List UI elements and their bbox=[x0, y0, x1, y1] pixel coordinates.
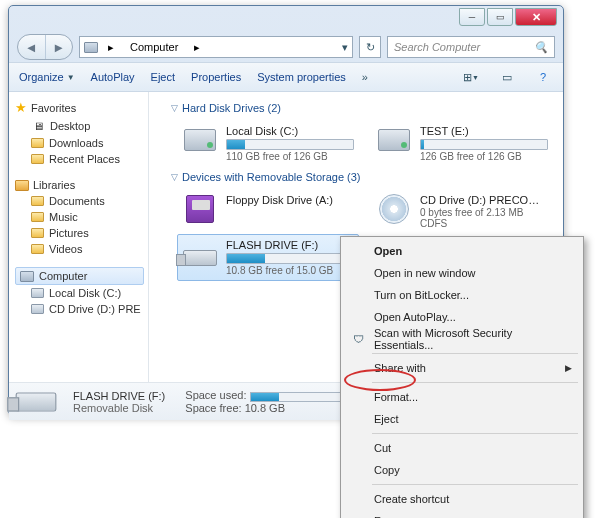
details-type: Removable Disk bbox=[73, 402, 165, 414]
menu-item-open[interactable]: Open bbox=[344, 240, 580, 262]
star-icon: ★ bbox=[15, 100, 27, 115]
menu-item-label: Share with bbox=[374, 362, 426, 374]
breadcrumb-computer[interactable]: Computer bbox=[124, 37, 184, 57]
system-properties-button[interactable]: System properties bbox=[257, 71, 346, 83]
drive-flash-f[interactable]: FLASH DRIVE (F:) 10.8 GB free of 15.0 GB bbox=[177, 234, 359, 281]
menu-item-label: Scan with Microsoft Security Essentials.… bbox=[374, 327, 560, 351]
menu-item-label: Eject bbox=[374, 413, 398, 425]
preview-pane-icon[interactable]: ▭ bbox=[497, 67, 517, 87]
menu-item-turn-on-bitlocker[interactable]: Turn on BitLocker... bbox=[344, 284, 580, 306]
sidebar-item-desktop[interactable]: 🖥Desktop bbox=[15, 117, 148, 135]
toolbar-overflow[interactable]: » bbox=[362, 71, 368, 83]
hdd-icon bbox=[184, 129, 216, 151]
capacity-bar bbox=[226, 253, 354, 264]
folder-icon bbox=[31, 138, 44, 148]
sidebar-item-music[interactable]: Music bbox=[15, 209, 148, 225]
collapse-icon: ▽ bbox=[171, 172, 178, 182]
menu-item-label: Open in new window bbox=[374, 267, 476, 279]
sidebar-item-cd-drive[interactable]: CD Drive (D:) PRE bbox=[15, 301, 148, 317]
search-placeholder: Search Computer bbox=[394, 41, 480, 53]
menu-item-rename[interactable]: Rename bbox=[344, 510, 580, 518]
minimize-button[interactable]: ─ bbox=[459, 8, 485, 26]
autoplay-button[interactable]: AutoPlay bbox=[91, 71, 135, 83]
libraries-group[interactable]: Libraries bbox=[15, 177, 148, 193]
menu-item-eject[interactable]: Eject bbox=[344, 408, 580, 430]
menu-item-label: Format... bbox=[374, 391, 418, 403]
menu-item-label: Open bbox=[374, 245, 402, 257]
drive-test-e[interactable]: TEST (E:) 126 GB free of 126 GB bbox=[371, 120, 553, 167]
menu-item-label: Create shortcut bbox=[374, 493, 449, 505]
breadcrumb-sep: ▸ bbox=[102, 37, 120, 57]
usb-icon bbox=[183, 250, 217, 266]
breadcrumb-sep2: ▸ bbox=[188, 37, 206, 57]
disk-icon bbox=[31, 288, 44, 298]
menu-item-label: Open AutoPlay... bbox=[374, 311, 456, 323]
collapse-icon: ▽ bbox=[171, 103, 178, 113]
computer-icon bbox=[20, 271, 34, 282]
sidebar-item-videos[interactable]: Videos bbox=[15, 241, 148, 257]
menu-item-share-with[interactable]: Share with▶ bbox=[344, 357, 580, 379]
eject-button[interactable]: Eject bbox=[151, 71, 175, 83]
address-dropdown-icon[interactable]: ▾ bbox=[342, 41, 348, 54]
drive-floppy-a[interactable]: Floppy Disk Drive (A:) bbox=[177, 189, 359, 234]
toolbar: Organize▼ AutoPlay Eject Properties Syst… bbox=[9, 62, 563, 92]
nav-row: ◄ ► ▸ Computer ▸ ▾ ↻ Search Computer 🔍 bbox=[9, 32, 563, 62]
folder-icon bbox=[31, 196, 44, 206]
shield-icon: 🛡 bbox=[350, 333, 366, 345]
section-hard-disks[interactable]: ▽Hard Disk Drives (2) bbox=[155, 98, 563, 120]
sidebar-item-documents[interactable]: Documents bbox=[15, 193, 148, 209]
hdd-icon bbox=[378, 129, 410, 151]
capacity-bar bbox=[420, 139, 548, 150]
nav-arrows: ◄ ► bbox=[17, 34, 73, 60]
sidebar-item-local-disk[interactable]: Local Disk (C:) bbox=[15, 285, 148, 301]
cd-icon bbox=[379, 194, 409, 224]
section-removable[interactable]: ▽Devices with Removable Storage (3) bbox=[155, 167, 563, 189]
menu-item-label: Copy bbox=[374, 464, 400, 476]
menu-separator bbox=[372, 382, 578, 383]
menu-separator bbox=[372, 484, 578, 485]
maximize-button[interactable]: ▭ bbox=[487, 8, 513, 26]
menu-item-format[interactable]: Format... bbox=[344, 386, 580, 408]
drive-local-c[interactable]: Local Disk (C:) 110 GB free of 126 GB bbox=[177, 120, 359, 167]
libraries-icon bbox=[15, 180, 29, 191]
navigation-pane: ★Favorites 🖥Desktop Downloads Recent Pla… bbox=[9, 92, 149, 382]
favorites-group[interactable]: ★Favorites bbox=[15, 98, 148, 117]
search-input[interactable]: Search Computer 🔍 bbox=[387, 36, 555, 58]
menu-separator bbox=[372, 353, 578, 354]
organize-menu[interactable]: Organize▼ bbox=[19, 71, 75, 83]
usb-icon bbox=[16, 392, 57, 411]
context-menu: OpenOpen in new windowTurn on BitLocker.… bbox=[340, 236, 584, 518]
menu-item-label: Cut bbox=[374, 442, 391, 454]
help-icon[interactable]: ? bbox=[533, 67, 553, 87]
menu-item-open-autoplay[interactable]: Open AutoPlay... bbox=[344, 306, 580, 328]
sidebar-item-pictures[interactable]: Pictures bbox=[15, 225, 148, 241]
desktop-icon: 🖥 bbox=[31, 119, 45, 133]
menu-item-create-shortcut[interactable]: Create shortcut bbox=[344, 488, 580, 510]
menu-item-cut[interactable]: Cut bbox=[344, 437, 580, 459]
sidebar-item-recent[interactable]: Recent Places bbox=[15, 151, 148, 167]
properties-button[interactable]: Properties bbox=[191, 71, 241, 83]
capacity-bar bbox=[226, 139, 354, 150]
menu-item-copy[interactable]: Copy bbox=[344, 459, 580, 481]
menu-item-scan-with-microsoft-security-essentials[interactable]: 🛡Scan with Microsoft Security Essentials… bbox=[344, 328, 580, 350]
sidebar-item-downloads[interactable]: Downloads bbox=[15, 135, 148, 151]
cd-icon bbox=[31, 304, 44, 314]
folder-icon bbox=[31, 212, 44, 222]
menu-separator bbox=[372, 433, 578, 434]
submenu-arrow-icon: ▶ bbox=[565, 363, 572, 373]
view-options-icon[interactable]: ⊞▼ bbox=[461, 67, 481, 87]
folder-icon bbox=[31, 228, 44, 238]
forward-button[interactable]: ► bbox=[46, 35, 73, 59]
sidebar-item-computer[interactable]: Computer bbox=[15, 267, 144, 285]
close-button[interactable]: ✕ bbox=[515, 8, 557, 26]
menu-item-open-in-new-window[interactable]: Open in new window bbox=[344, 262, 580, 284]
address-bar[interactable]: ▸ Computer ▸ ▾ bbox=[79, 36, 353, 58]
back-button[interactable]: ◄ bbox=[18, 35, 46, 59]
search-icon: 🔍 bbox=[534, 41, 548, 54]
folder-icon bbox=[31, 244, 44, 254]
details-name: FLASH DRIVE (F:) bbox=[73, 390, 165, 402]
computer-icon bbox=[84, 40, 98, 54]
menu-item-label: Turn on BitLocker... bbox=[374, 289, 469, 301]
refresh-button[interactable]: ↻ bbox=[359, 36, 381, 58]
drive-cd-d[interactable]: CD Drive (D:) PRECOMPACT 0 bytes free of… bbox=[371, 189, 553, 234]
